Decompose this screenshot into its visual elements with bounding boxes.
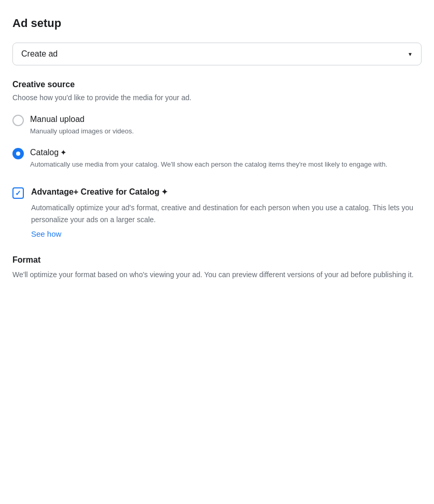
advantage-creative-checkbox[interactable]: ✓ [12,187,24,199]
creative-source-title: Creative source [12,80,422,89]
radio-manual-content: Manual upload Manually upload images or … [30,114,134,137]
radio-button-manual[interactable] [12,115,24,126]
format-description: We'll optimize your format based on who'… [12,269,422,280]
radio-manual-sublabel: Manually upload images or videos. [30,126,134,137]
radio-option-manual[interactable]: Manual upload Manually upload images or … [12,114,422,137]
creative-source-section: Creative source Choose how you'd like to… [12,80,422,170]
radio-button-catalog[interactable] [12,148,24,159]
advantage-creative-description: Automatically optimize your ad's format,… [31,202,422,225]
format-title: Format [12,255,422,265]
advantage-creative-content: Advantage+ Creative for Catalog✦ Automat… [31,186,422,239]
advantage-creative-title-text: Advantage+ Creative for Catalog [31,187,160,196]
radio-manual-label: Manual upload [30,114,134,125]
catalog-label-text: Catalog [30,148,59,157]
creative-source-description: Choose how you'd like to provide the med… [12,92,422,103]
ad-setup-dropdown-wrapper: Create ad ▼ [12,43,422,65]
checkmark-icon: ✓ [15,189,21,197]
page-title: Ad setup [12,17,422,30]
create-ad-dropdown[interactable]: Create ad ▼ [12,43,422,65]
format-section: Format We'll optimize your format based … [12,255,422,280]
advantage-creative-section: ✓ Advantage+ Creative for Catalog✦ Autom… [12,184,422,241]
advantage-creative-title: Advantage+ Creative for Catalog✦ [31,186,422,198]
dropdown-label: Create ad [21,49,58,59]
catalog-sparkle-icon: ✦ [60,147,67,158]
see-how-link[interactable]: See how [31,229,61,238]
advantage-creative-sparkle-icon: ✦ [161,186,168,197]
radio-option-catalog[interactable]: Catalog✦ Automatically use media from yo… [12,147,422,170]
radio-catalog-label: Catalog✦ [30,147,387,158]
chevron-down-icon: ▼ [408,51,413,57]
radio-catalog-sublabel: Automatically use media from your catalo… [30,159,387,170]
radio-catalog-content: Catalog✦ Automatically use media from yo… [30,147,387,170]
